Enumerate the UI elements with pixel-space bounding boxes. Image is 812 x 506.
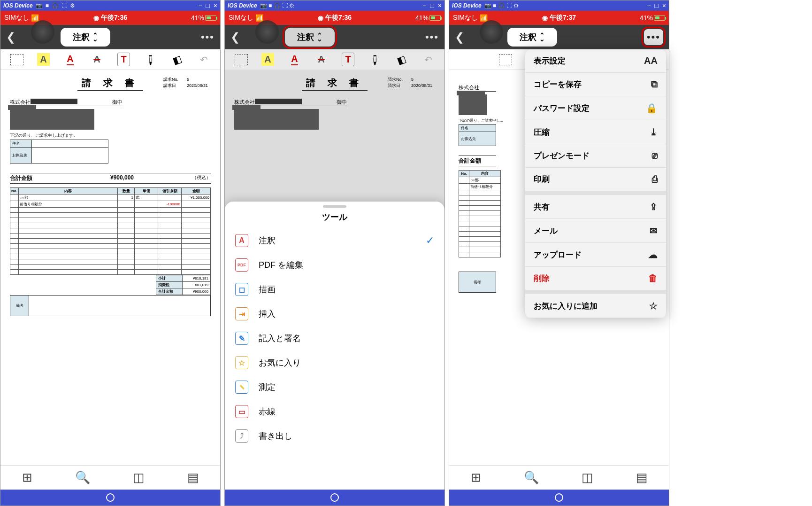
tools-sheet-item[interactable]: ◻描画: [225, 277, 444, 302]
tool-label: 測定: [259, 381, 276, 393]
assistivetouch-icon[interactable]: [255, 20, 279, 44]
subtotals: 小計¥818,181 消費税¥81,819 合計金額¥900,000: [156, 275, 211, 295]
book-icon[interactable]: ◫: [582, 470, 593, 485]
highlight-tool[interactable]: A: [34, 51, 53, 69]
more-menu-item[interactable]: 表示設定AA: [525, 49, 666, 73]
undo-button[interactable]: ↶: [195, 51, 214, 69]
more-menu-item[interactable]: パスワード設定🔒: [525, 96, 666, 120]
tool-icon: 📏: [235, 381, 248, 394]
eraser-tool[interactable]: ◧: [390, 48, 414, 71]
page-icon[interactable]: ▤: [187, 470, 199, 485]
drag-handle[interactable]: [323, 205, 346, 208]
more-button[interactable]: •••: [644, 29, 663, 45]
menu-icon: ✉: [650, 225, 658, 236]
titlebar-tool-icons: 📷 ■ 🎧 ⛶ ⚙: [36, 2, 75, 9]
record-icon: ◉: [93, 14, 99, 22]
menu-label: 印刷: [534, 174, 550, 185]
tools-sheet-item[interactable]: PDFPDF を編集: [225, 253, 444, 277]
back-button[interactable]: ❮: [455, 31, 464, 44]
more-menu-item[interactable]: メール✉: [525, 219, 666, 243]
redacted-block: [31, 99, 77, 104]
tools-sheet-item[interactable]: ✎記入と署名: [225, 326, 444, 350]
more-menu: 表示設定AAコピーを保存⧉パスワード設定🔒圧縮⤓プレゼンモード⎚印刷⎙共有⇪メー…: [525, 49, 666, 318]
battery-pct: 41%: [191, 14, 204, 22]
mode-selector[interactable]: 注釈⌃⌄: [285, 28, 335, 47]
tools-sheet-item[interactable]: 📏測定: [225, 375, 444, 399]
more-menu-item[interactable]: コピーを保存⧉: [525, 73, 666, 96]
maximize-button[interactable]: □: [206, 2, 209, 9]
more-menu-item[interactable]: アップロード☁︎: [525, 243, 666, 267]
home-button[interactable]: [106, 493, 115, 502]
book-icon[interactable]: ◫: [133, 470, 145, 485]
eraser-tool[interactable]: ◧: [165, 48, 189, 71]
total-row: 合計金額¥900,000（税込）: [10, 173, 211, 184]
tool-label: 注釈: [259, 235, 276, 246]
audio-icon[interactable]: 🎧: [52, 2, 59, 9]
items-table: No.内容数量単価値引き額金額 ○○部1式¥1,000,000 前借り相殺分-1…: [10, 187, 211, 275]
menu-label: 表示設定: [534, 55, 566, 66]
fullscreen-icon[interactable]: ⛶: [61, 2, 67, 9]
menu-icon: ⎚: [652, 150, 658, 161]
minimize-button[interactable]: −: [198, 2, 202, 9]
home-button[interactable]: [555, 493, 563, 502]
tools-sheet-item[interactable]: ⇥挿入: [225, 302, 444, 326]
more-menu-item[interactable]: お気に入りに追加☆: [525, 294, 666, 318]
tools-sheet-item[interactable]: ☆お気に入り: [225, 350, 444, 375]
window-titlebar: iOS Device 📷 ■ 🎧 ⛶ ⚙ − □ ×: [0, 0, 220, 11]
camera-icon[interactable]: 📷: [36, 2, 43, 9]
tool-icon: ✎: [235, 332, 248, 345]
underline-tool[interactable]: A: [285, 51, 304, 69]
tools-sheet-item[interactable]: ⤴書き出し: [225, 424, 444, 448]
video-icon[interactable]: ■: [46, 2, 49, 9]
menu-label: パスワード設定: [534, 103, 590, 114]
tool-label: 記入と署名: [259, 333, 301, 344]
select-tool[interactable]: [8, 51, 26, 69]
more-menu-item[interactable]: プレゼンモード⎚: [525, 144, 666, 168]
select-tool[interactable]: [232, 51, 251, 69]
close-button[interactable]: ×: [214, 2, 217, 9]
android-nav: [0, 490, 220, 506]
grid-icon[interactable]: ⊞: [22, 470, 32, 485]
strikeout-tool[interactable]: A: [88, 51, 107, 69]
strikeout-tool[interactable]: A: [312, 51, 331, 69]
select-tool[interactable]: [496, 51, 515, 69]
status-bar: SIMなし 📶 ◉午後7:36 41%: [0, 11, 220, 25]
phone-3: iOS Device 📷 ■ 🎧 ⛶ ⚙ −□× SIMなし 📶 ◉午後7:37…: [449, 0, 669, 506]
assistivetouch-icon[interactable]: [31, 20, 54, 44]
more-menu-item[interactable]: 印刷⎙: [525, 168, 666, 191]
more-menu-item[interactable]: 削除🗑: [525, 267, 666, 290]
search-icon[interactable]: 🔍: [524, 470, 539, 485]
document-view[interactable]: 請 求 書 請求No.5 請求日2020/08/31 株式会社 御中 下記の通り…: [0, 70, 220, 465]
highlight-tool[interactable]: A: [259, 51, 277, 69]
back-button[interactable]: ❮: [6, 31, 15, 44]
assistivetouch-icon[interactable]: [480, 20, 503, 44]
search-icon[interactable]: 🔍: [75, 470, 90, 485]
more-menu-item[interactable]: 圧縮⤓: [525, 120, 666, 144]
pen-tool[interactable]: 🖍: [138, 47, 163, 72]
undo-button[interactable]: ↶: [419, 51, 438, 69]
menu-icon: AA: [644, 55, 658, 66]
document-view[interactable]: 請 求 書 請求No.5請求日2020/08/31 株式会社御中 ツール A注釈…: [225, 70, 444, 490]
mode-label: 注釈: [73, 31, 90, 43]
page-icon[interactable]: ▤: [636, 470, 648, 485]
tools-sheet-item[interactable]: ▭赤線: [225, 399, 444, 424]
tools-sheet-item[interactable]: A注釈✓: [225, 228, 444, 253]
back-button[interactable]: ❮: [230, 31, 240, 44]
android-nav: [225, 490, 444, 506]
text-tool[interactable]: T: [339, 51, 358, 69]
text-tool[interactable]: T: [115, 51, 133, 69]
underline-tool[interactable]: A: [61, 51, 80, 69]
sim-status: SIMなし: [4, 14, 29, 22]
more-button[interactable]: •••: [425, 31, 439, 43]
more-button[interactable]: •••: [201, 31, 214, 43]
bottom-tabbar: ⊞ 🔍 ◫ ▤: [0, 465, 220, 490]
clock: 午後7:36: [101, 14, 127, 22]
home-button[interactable]: [330, 493, 339, 502]
more-menu-item[interactable]: 共有⇪: [525, 195, 666, 219]
settings-icon[interactable]: ⚙: [70, 2, 75, 9]
pen-tool[interactable]: 🖍: [362, 47, 388, 72]
mode-selector[interactable]: 注釈 ⌃⌄: [61, 28, 110, 47]
battery-icon: [205, 15, 216, 21]
mode-selector[interactable]: 注釈⌃⌄: [507, 28, 557, 47]
grid-icon[interactable]: ⊞: [471, 470, 481, 485]
